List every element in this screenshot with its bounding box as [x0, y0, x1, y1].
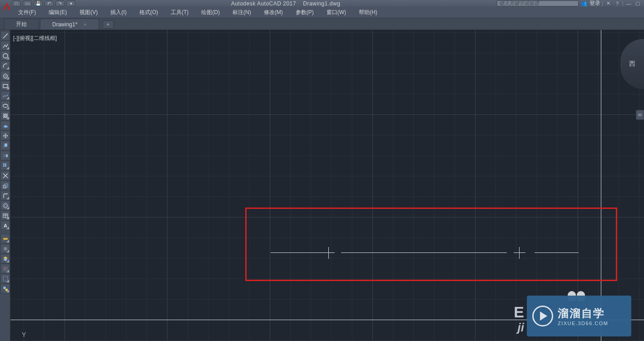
menu-tools[interactable]: 工具(T) [166, 7, 193, 18]
tool-fillet[interactable] [0, 191, 10, 200]
tool-spline[interactable] [0, 91, 10, 100]
plus-icon: + [106, 21, 109, 28]
window-title: Autodesk AutoCAD 2017 Drawing1.dwg [77, 0, 494, 7]
dropdown-icon: ▾ [70, 1, 72, 6]
center-mark [519, 247, 520, 259]
tool-move[interactable] [0, 131, 10, 140]
svg-point-17 [4, 204, 6, 207]
qat-open-button[interactable]: ▭ [23, 0, 32, 6]
new-icon: □ [15, 1, 18, 6]
draw-toolbar: A [0, 30, 10, 341]
app-name: Autodesk AutoCAD 2017 [231, 0, 296, 7]
tab-add-button[interactable]: + [103, 20, 114, 29]
viewport-controls[interactable]: [-][俯视][二维线框] [13, 35, 57, 42]
tool-stretch[interactable] [0, 151, 10, 160]
svg-point-4 [3, 104, 8, 107]
menu-draw[interactable]: 绘图(D) [197, 7, 224, 18]
menu-format[interactable]: 格式(O) [135, 7, 163, 18]
svg-rect-5 [3, 114, 8, 118]
tool-hatch[interactable] [0, 111, 10, 120]
menu-help[interactable]: 帮助(H) [354, 7, 382, 18]
close-icon[interactable]: × [84, 22, 86, 27]
qat-new-button[interactable]: □ [12, 0, 21, 6]
tool-layer[interactable] [0, 254, 10, 263]
qat-undo-button[interactable]: ↶ [45, 0, 54, 6]
tool-group[interactable] [0, 274, 10, 283]
tool-revcloud[interactable] [0, 121, 10, 130]
tool-polyline[interactable] [0, 41, 10, 50]
svg-point-16 [3, 203, 8, 208]
center-mark [328, 247, 329, 259]
menu-view[interactable]: 视图(V) [75, 7, 102, 18]
cursor-crosshair-vertical [601, 30, 601, 341]
divider [623, 1, 623, 6]
tool-ellipse[interactable] [0, 101, 10, 110]
tool-line[interactable] [0, 31, 10, 40]
viewcube-face-label: 西 [629, 60, 635, 68]
help-icon[interactable]: ? [614, 0, 621, 6]
minimize-icon[interactable]: — [625, 0, 632, 6]
tab-drawing1[interactable]: Drawing1* × [40, 19, 99, 30]
save-icon: 💾 [35, 1, 41, 6]
watermark-letter: E [514, 303, 524, 321]
tool-polygon[interactable] [0, 71, 10, 80]
svg-line-0 [3, 34, 8, 38]
exchange-icon[interactable]: ✕ [604, 0, 612, 6]
menu-modify[interactable]: 修改(M) [259, 7, 287, 18]
center-mark [323, 252, 335, 253]
svg-rect-25 [4, 267, 5, 269]
tool-scale[interactable] [0, 181, 10, 190]
tool-arc[interactable] [0, 61, 10, 70]
svg-rect-26 [3, 277, 8, 281]
drawn-segment [341, 252, 507, 253]
ucs-y-axis-label: Y [22, 331, 26, 338]
file-tab-bar: 开始 Drawing1* × + [0, 18, 644, 30]
tool-trim[interactable] [0, 171, 10, 180]
menu-edit[interactable]: 编辑(E) [44, 7, 71, 18]
tool-table[interactable] [0, 211, 10, 220]
annotation-rectangle [245, 208, 617, 281]
svg-point-1 [3, 54, 8, 58]
tab-label: Drawing1* [52, 21, 77, 28]
tab-start[interactable]: 开始 [4, 19, 39, 30]
tool-array[interactable] [0, 161, 10, 170]
document-name: Drawing1.dwg [303, 0, 340, 7]
menu-window[interactable]: 窗口(W) [322, 7, 351, 18]
svg-rect-10 [3, 163, 5, 165]
app-logo[interactable] [1, 1, 12, 12]
search-placeholder: 键入关键字或短语 [499, 0, 539, 7]
tool-utilities[interactable] [0, 284, 10, 293]
watermark-url: ZIXUE.3D66.COM [558, 321, 608, 326]
drawing-canvas[interactable]: [-][俯视][二维线框] 西 W Y E ji 溜溜自学 [10, 30, 644, 341]
grid [10, 30, 644, 341]
drawn-segment [271, 252, 325, 253]
account-icon[interactable]: 👥 [580, 0, 588, 6]
redo-icon: ↷ [58, 1, 62, 6]
menu-param[interactable]: 参数(P) [291, 7, 318, 18]
tool-copy[interactable] [0, 141, 10, 150]
svg-text:A: A [4, 223, 7, 228]
tool-block[interactable] [0, 244, 10, 253]
wcs-badge[interactable]: W [636, 110, 644, 120]
watermark-letter: ji [518, 321, 524, 335]
menu-insert[interactable]: 插入(I) [106, 7, 131, 18]
tool-circle[interactable] [0, 51, 10, 60]
tool-rectangle[interactable] [0, 81, 10, 90]
qat-redo-button[interactable]: ↷ [55, 0, 64, 6]
svg-rect-7 [5, 143, 7, 147]
qat-save-button[interactable]: 💾 [34, 0, 43, 6]
qat-more-button[interactable]: ▾ [66, 0, 75, 6]
watermark-badge: 溜溜自学 ZIXUE.3D66.COM [527, 296, 631, 336]
svg-rect-9 [6, 154, 8, 157]
svg-rect-12 [3, 165, 5, 167]
search-input[interactable]: 键入关键字或短语 [497, 0, 579, 6]
tool-properties[interactable] [0, 264, 10, 273]
tool-offset[interactable] [0, 201, 10, 210]
tool-text[interactable]: A [0, 221, 10, 230]
login-label[interactable]: 登录 [590, 0, 600, 7]
tool-measure[interactable] [0, 234, 10, 243]
menu-dimension[interactable]: 标注(N) [228, 7, 256, 18]
menu-file[interactable]: 文件(F) [14, 7, 40, 18]
maximize-icon[interactable]: ▢ [634, 0, 641, 6]
svg-marker-2 [3, 74, 8, 78]
